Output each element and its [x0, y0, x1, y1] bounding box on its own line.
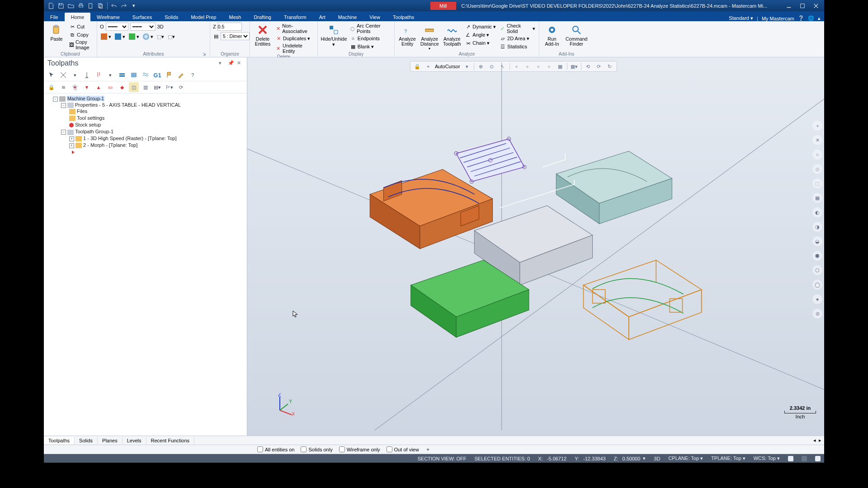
new-icon[interactable]: [47, 2, 55, 9]
check-solid-button[interactable]: ✓Check Solid ▾: [499, 23, 536, 34]
status-wcs[interactable]: WCS: Top ▾: [754, 455, 780, 461]
zoom-in-icon[interactable]: ＋: [812, 121, 822, 131]
collapse-icon[interactable]: −: [61, 103, 66, 108]
bottab-planes[interactable]: Planes: [98, 437, 123, 444]
lock-icon[interactable]: 🔒: [47, 82, 57, 92]
zoom-out-icon[interactable]: ✕: [812, 135, 822, 145]
tab-toolpaths[interactable]: Toolpaths: [387, 13, 420, 21]
3d-viewport[interactable]: 🔒 ⌖ AutoCursor▾ ⊕ ⊙ ↖ ● ● ● ● ▦ ▦▾ ⟲ ⟳ ↻: [247, 57, 824, 436]
filter-all[interactable]: All entities on: [257, 446, 294, 452]
paste-button[interactable]: Paste: [47, 23, 66, 42]
tool-icon[interactable]: [82, 70, 92, 80]
rt3-icon[interactable]: ◐: [812, 207, 822, 217]
tree-machine-group[interactable]: Machine Group-1: [67, 96, 104, 101]
analyze-distance-button[interactable]: Analyze Distance▾: [419, 23, 440, 52]
scroll-left-icon[interactable]: ◂: [813, 437, 816, 443]
z-value-input[interactable]: [217, 23, 242, 31]
tab-drafting[interactable]: Drafting: [247, 13, 278, 21]
arc-center-button[interactable]: ◌Arc Center Points: [349, 23, 392, 34]
rt10-icon[interactable]: ⊘: [812, 309, 822, 319]
globe-icon[interactable]: 🌐: [808, 15, 814, 21]
endpoints-button[interactable]: ○Endpoints: [349, 34, 392, 42]
qat-dropdown-icon[interactable]: ▾: [130, 2, 137, 9]
filter-outofview[interactable]: Out of view: [387, 446, 419, 452]
waves2-icon[interactable]: ≋: [58, 82, 68, 92]
blank-button[interactable]: ▦Blank ▾: [349, 42, 392, 51]
list2-icon[interactable]: ▤▾: [152, 82, 162, 92]
tab-home[interactable]: Home: [65, 13, 90, 21]
minimize-icon[interactable]: [785, 2, 793, 9]
status-sw3[interactable]: [815, 456, 821, 461]
rt4-icon[interactable]: ◑: [812, 222, 822, 232]
bottab-toolpaths[interactable]: Toolpaths: [44, 437, 75, 444]
pencil-icon[interactable]: [176, 70, 186, 80]
operations-tree[interactable]: −Machine Group-1 −Properties - 5 - AXIS …: [44, 94, 247, 436]
duplicates-button[interactable]: ✕Duplicates ▾: [274, 34, 315, 42]
copy-button[interactable]: ⧉Copy: [68, 31, 94, 39]
non-associative-button[interactable]: ✕Non-Associative: [274, 23, 315, 34]
tab-wireframe[interactable]: Wireframe: [90, 13, 126, 21]
rt6-icon[interactable]: ⬢: [812, 251, 822, 261]
tree-properties[interactable]: Properties - 5 - AXIS TABLE - HEAD VERTI…: [75, 102, 181, 108]
insert-icon[interactable]: ▾: [70, 70, 80, 80]
filter-add-icon[interactable]: ＋: [425, 446, 430, 453]
mat-swatch[interactable]: ▾: [100, 33, 112, 41]
delete-entities-button[interactable]: Delete Entities: [253, 23, 273, 47]
tree-op-raster[interactable]: 1 - 3D High Speed (Raster) - [Tplane: To…: [83, 136, 176, 141]
help-icon[interactable]: ?: [188, 70, 198, 80]
tab-view[interactable]: View: [363, 13, 387, 21]
layer-icon[interactable]: ▤: [213, 32, 219, 40]
status-tplane[interactable]: TPLANE: Top ▾: [711, 455, 745, 461]
save-icon[interactable]: [57, 2, 65, 9]
bottab-recent[interactable]: Recent Functions: [146, 437, 195, 444]
waves-icon[interactable]: [141, 70, 151, 80]
insert-arrow-icon[interactable]: [72, 150, 75, 154]
attr1-button[interactable]: ⬚▾: [156, 33, 165, 41]
diamond-icon[interactable]: ◆: [117, 82, 127, 92]
chain-button[interactable]: ⫘Chain ▾: [464, 39, 497, 47]
dimension-select[interactable]: 5 : Dimensi: [221, 32, 250, 40]
pt-swatch[interactable]: ▾: [128, 33, 140, 41]
maximize-icon[interactable]: [799, 2, 806, 9]
tab-file[interactable]: File: [44, 13, 65, 21]
angle-button[interactable]: ∠Angle ▾: [464, 31, 497, 39]
command-finder-button[interactable]: Command Finder: [564, 23, 589, 47]
highlight-icon[interactable]: ◫: [129, 82, 139, 92]
2d-area-button[interactable]: ▱2D Area ▾: [499, 34, 536, 42]
status-sw2[interactable]: [802, 456, 807, 461]
cursor-icon[interactable]: [47, 70, 57, 80]
tree-stock-setup[interactable]: Stock setup: [75, 122, 101, 127]
close-icon[interactable]: [812, 2, 820, 9]
collapse-icon[interactable]: −: [61, 130, 66, 135]
filter-solids[interactable]: Solids only: [301, 446, 332, 452]
refresh-icon[interactable]: ⟳: [176, 82, 186, 92]
doc2-icon[interactable]: [97, 2, 104, 9]
undelete-button[interactable]: ✕Undelete Entity: [274, 42, 315, 54]
statistics-button[interactable]: ☲Statistics: [499, 42, 536, 51]
my-mastercam-link[interactable]: My Mastercam: [762, 16, 794, 21]
rt1-icon[interactable]: ⬚: [812, 178, 822, 188]
config-dropdown[interactable]: Standard ▾: [729, 15, 753, 21]
ghost-icon[interactable]: 👻: [70, 82, 80, 92]
panel-close-icon[interactable]: ✕: [237, 60, 243, 66]
cut-button[interactable]: ✂Cut: [68, 23, 94, 31]
tab-surfaces[interactable]: Surfaces: [126, 13, 158, 21]
g1-button[interactable]: G1: [152, 70, 162, 80]
lineweight-select[interactable]: ━━━: [130, 23, 156, 31]
expand-icon[interactable]: +: [69, 143, 74, 148]
wire-swatch[interactable]: ▾: [114, 33, 126, 41]
rt7-icon[interactable]: ⬡: [812, 265, 822, 275]
flag-icon[interactable]: [164, 70, 174, 80]
tab-transform[interactable]: Transform: [278, 13, 313, 21]
tool3-icon[interactable]: ▾: [105, 70, 115, 80]
fit-icon[interactable]: ○: [812, 150, 822, 160]
rt9-icon[interactable]: ●: [812, 294, 822, 304]
tab-art[interactable]: Art: [313, 13, 332, 21]
tab-machine[interactable]: Machine: [332, 13, 363, 21]
status-3d[interactable]: 3D: [654, 456, 660, 461]
run-addin-button[interactable]: Run Add-In: [542, 23, 562, 47]
tab-mesh[interactable]: Mesh: [222, 13, 247, 21]
expand-icon[interactable]: +: [69, 136, 74, 141]
linestyle-select[interactable]: ━━━: [106, 23, 128, 31]
open-icon[interactable]: [67, 2, 75, 9]
